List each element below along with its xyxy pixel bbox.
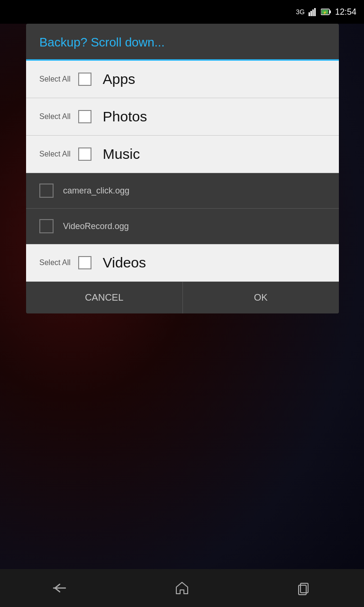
music-select-all-label: Select All bbox=[39, 150, 71, 158]
videos-category-name: Videos bbox=[103, 255, 146, 271]
videos-category-row: Select All Videos bbox=[26, 244, 339, 281]
apps-select-all-label: Select All bbox=[39, 75, 71, 83]
signal-indicator: 3G bbox=[296, 8, 305, 16]
svg-rect-3 bbox=[314, 8, 316, 16]
clock: 12:54 bbox=[335, 7, 356, 17]
svg-rect-0 bbox=[309, 12, 310, 16]
videorecord-checkbox[interactable] bbox=[39, 219, 54, 233]
navigation-bar bbox=[0, 569, 364, 607]
photos-category-row: Select All Photos bbox=[26, 98, 339, 135]
status-bar: 3G ⚡ 12:54 bbox=[0, 0, 364, 24]
dialog-buttons: Cancel Ok bbox=[26, 282, 339, 313]
svg-text:⚡: ⚡ bbox=[323, 10, 327, 15]
camera-click-file-section: camera_click.ogg bbox=[26, 173, 339, 209]
battery-icon: ⚡ bbox=[321, 9, 331, 15]
photos-category-section: Select All Photos bbox=[26, 98, 339, 136]
apps-category-name: Apps bbox=[103, 71, 135, 87]
apps-category-section: Select All Apps bbox=[26, 61, 339, 98]
ok-button[interactable]: Ok bbox=[183, 282, 339, 313]
camera-click-filename: camera_click.ogg bbox=[63, 186, 129, 196]
svg-rect-2 bbox=[312, 9, 314, 16]
videorecord-file-row: VideoRecord.ogg bbox=[26, 209, 339, 244]
photos-select-all-checkbox[interactable] bbox=[78, 110, 91, 123]
music-category-name: Music bbox=[103, 146, 140, 162]
svg-rect-5 bbox=[329, 10, 331, 13]
videorecord-file-section: VideoRecord.ogg bbox=[26, 209, 339, 244]
dialog-title-section: Backup? Scroll down... bbox=[26, 24, 339, 61]
dialog-title-text: Backup? Scroll down... bbox=[39, 35, 164, 49]
camera-click-file-row: camera_click.ogg bbox=[26, 173, 339, 208]
apps-select-all-checkbox[interactable] bbox=[78, 73, 91, 86]
backup-dialog: Backup? Scroll down... Select All Apps S… bbox=[26, 24, 339, 313]
videos-category-section: Select All Videos bbox=[26, 244, 339, 282]
music-category-row: Select All Music bbox=[26, 136, 339, 173]
back-button[interactable] bbox=[46, 574, 75, 602]
videos-select-all-checkbox[interactable] bbox=[78, 256, 91, 269]
apps-category-row: Select All Apps bbox=[26, 61, 339, 98]
signal-bars-icon bbox=[309, 8, 317, 16]
videorecord-filename: VideoRecord.ogg bbox=[63, 221, 129, 231]
photos-category-name: Photos bbox=[103, 109, 147, 125]
recents-button[interactable] bbox=[289, 574, 318, 602]
cancel-button[interactable]: Cancel bbox=[26, 282, 183, 313]
videos-select-all-label: Select All bbox=[39, 258, 71, 267]
photos-select-all-label: Select All bbox=[39, 112, 71, 121]
home-button[interactable] bbox=[168, 574, 196, 602]
music-category-section: Select All Music bbox=[26, 136, 339, 173]
music-select-all-checkbox[interactable] bbox=[78, 147, 91, 161]
svg-rect-1 bbox=[310, 11, 312, 16]
camera-click-checkbox[interactable] bbox=[39, 184, 54, 198]
